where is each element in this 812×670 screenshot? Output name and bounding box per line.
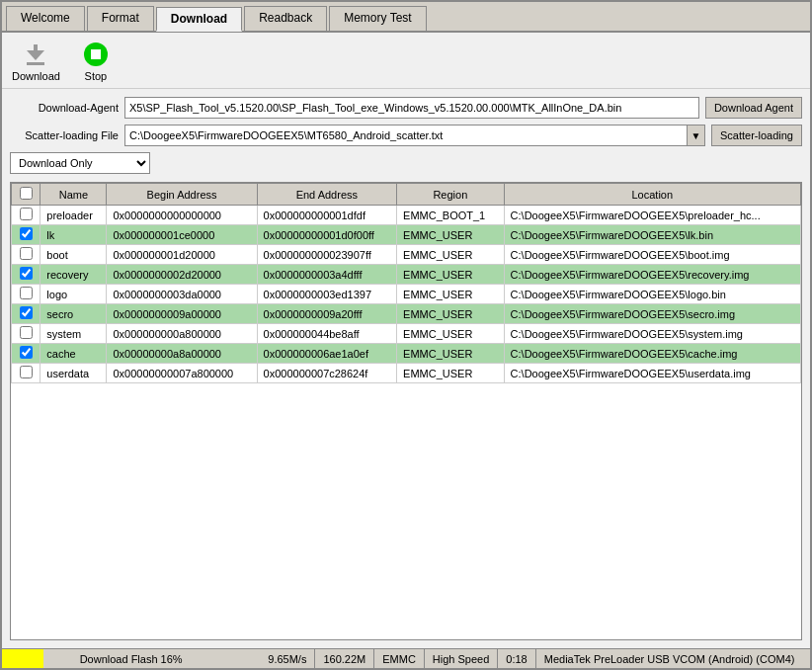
table-row: recovery 0x0000000002d20000 0x0000000003… [12,265,801,285]
row-checkbox-cell [12,265,41,285]
row-region: EMMC_USER [397,265,505,285]
tab-download[interactable]: Download [156,7,242,32]
table-row: userdata 0x00000000007a800000 0x00000000… [12,364,801,383]
row-location: C:\DoogeeX5\FirmwareDOOGEEX5\cache.img [504,344,800,364]
table-row: cache 0x00000000a8a00000 0x000000006ae1a… [12,344,801,364]
download-label: Download [12,70,60,82]
row-name: system [41,324,107,344]
row-name: secro [41,304,107,324]
row-checkbox[interactable] [20,208,33,220]
row-begin: 0x0000000002d20000 [107,265,257,285]
row-name: userdata [41,364,107,383]
row-end: 0x0000000009a20fff [257,304,397,324]
row-begin: 0x00000000a8a00000 [107,344,257,364]
row-end: 0x000000007c28624f [257,364,397,383]
row-checkbox[interactable] [20,267,33,280]
row-location: C:\DoogeeX5\FirmwareDOOGEEX5\system.img [504,324,800,344]
row-checkbox[interactable] [20,247,33,260]
row-checkbox-cell [12,364,41,383]
row-name: preloader [41,206,107,225]
download-mode-dropdown[interactable]: Download Only Firmware Upgrade Format Al… [10,152,150,174]
header-region: Region [397,184,505,206]
row-region: EMMC_USER [397,285,505,304]
download-agent-button[interactable]: Download Agent [705,97,802,119]
row-location: C:\DoogeeX5\FirmwareDOOGEEX5\userdata.im… [504,364,800,383]
scatter-button[interactable]: Scatter-loading [711,125,802,146]
svg-rect-4 [91,49,101,59]
row-location: C:\DoogeeX5\FirmwareDOOGEEX5\boot.img [504,245,800,265]
row-name: cache [41,344,107,364]
row-location: C:\DoogeeX5\FirmwareDOOGEEX5\lk.bin [504,225,800,245]
row-begin: 0x000000000a800000 [107,324,257,344]
row-begin: 0x00000000007a800000 [107,364,257,383]
download-button[interactable]: Download [12,39,60,82]
row-region: EMMC_USER [397,364,505,383]
row-end: 0x000000044be8aff [257,324,397,344]
scatter-input-wrap: ▼ [124,125,705,146]
row-region: EMMC_USER [397,225,505,245]
scatter-label: Scatter-loading File [10,129,119,141]
svg-rect-1 [34,44,38,52]
select-all-checkbox[interactable] [20,187,33,200]
stop-label: Stop [85,70,108,82]
row-name: lk [41,225,107,245]
row-checkbox-cell [12,225,41,245]
row-checkbox[interactable] [20,287,33,299]
progress-wrap: Download Flash 16% [2,649,260,668]
row-checkbox-cell [12,304,41,324]
header-end-address: End Address [257,184,397,206]
scatter-row: Scatter-loading File ▼ Scatter-loading [10,125,802,146]
row-begin: 0x000000001d20000 [107,245,257,265]
row-checkbox[interactable] [20,366,33,378]
mode-select-row: Download Only Firmware Upgrade Format Al… [10,152,802,174]
row-name: boot [41,245,107,265]
toolbar: Download Stop [2,33,810,89]
row-begin: 0x000000001ce0000 [107,225,257,245]
row-end: 0x0000000003a4dfff [257,265,397,285]
tab-format[interactable]: Format [87,6,154,31]
table-row: logo 0x0000000003da0000 0x0000000003ed13… [12,285,801,304]
table-row: secro 0x0000000009a00000 0x0000000009a20… [12,304,801,324]
table-header-row: Name Begin Address End Address Region Lo… [12,184,801,206]
row-end: 0x000000000023907ff [257,245,397,265]
svg-rect-2 [27,62,44,65]
header-location: Location [504,184,800,206]
table-row: preloader 0x0000000000000000 0x000000000… [12,206,801,225]
row-region: EMMC_BOOT_1 [397,206,505,225]
row-end: 0x00000000001d0f00ff [257,225,397,245]
tab-readback[interactable]: Readback [244,6,327,31]
firmware-table: Name Begin Address End Address Region Lo… [10,182,802,640]
row-end: 0x000000000001dfdf [257,206,397,225]
row-region: EMMC_USER [397,324,505,344]
table-row: boot 0x000000001d20000 0x000000000023907… [12,245,801,265]
scatter-input[interactable] [124,125,688,146]
table-row: lk 0x000000001ce0000 0x00000000001d0f00f… [12,225,801,245]
tab-memory-test[interactable]: Memory Test [329,6,426,31]
status-size: 160.22M [315,649,374,668]
status-time: 0:18 [498,649,535,668]
row-begin: 0x0000000003da0000 [107,285,257,304]
stop-button[interactable]: Stop [80,39,112,82]
table-row: system 0x000000000a800000 0x000000044be8… [12,324,801,344]
row-checkbox-cell [12,206,41,225]
row-begin: 0x0000000000000000 [107,206,257,225]
row-location: C:\DoogeeX5\FirmwareDOOGEEX5\logo.bin [504,285,800,304]
download-icon [20,39,51,70]
download-agent-row: Download-Agent Download Agent [10,97,802,119]
scatter-dropdown-arrow[interactable]: ▼ [688,125,705,146]
row-location: C:\DoogeeX5\FirmwareDOOGEEX5\preloader_h… [504,206,800,225]
row-location: C:\DoogeeX5\FirmwareDOOGEEX5\secro.img [504,304,800,324]
stop-icon [80,39,112,70]
row-checkbox[interactable] [20,326,33,339]
row-checkbox-cell [12,344,41,364]
row-end: 0x0000000003ed1397 [257,285,397,304]
status-mode: High Speed [425,649,499,668]
row-end: 0x000000006ae1a0ef [257,344,397,364]
tab-welcome[interactable]: Welcome [6,6,85,31]
row-checkbox[interactable] [20,227,33,240]
row-name: recovery [41,265,107,285]
progress-text: Download Flash 16% [2,653,260,665]
download-agent-input[interactable] [124,97,699,119]
row-checkbox[interactable] [20,306,33,319]
row-checkbox[interactable] [20,346,33,359]
